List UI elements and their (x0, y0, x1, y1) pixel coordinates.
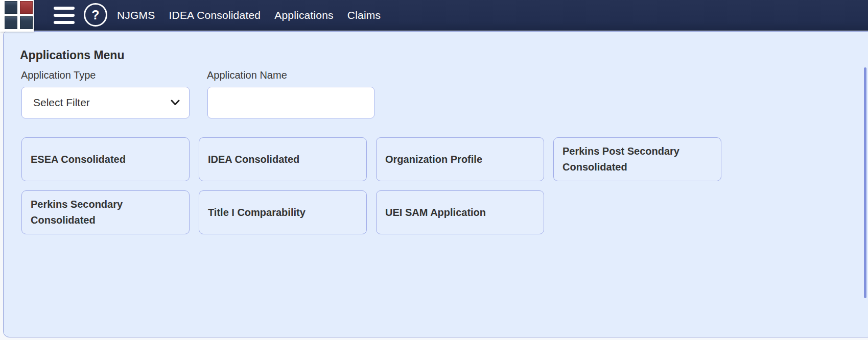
app-card-esea-consolidated[interactable]: ESEA Consolidated (21, 137, 190, 181)
content-panel: Applications Menu Application Type Appli… (3, 31, 868, 337)
app-card-title-i-comparability[interactable]: Title I Comparability (199, 190, 367, 234)
nav-item-claims[interactable]: Claims (347, 9, 381, 21)
nav-item-idea-consolidated[interactable]: IDEA Consolidated (169, 9, 261, 21)
app-card-organization-profile[interactable]: Organization Profile (376, 137, 544, 181)
top-nav-bar: ? NJGMS IDEA Consolidated Applications C… (0, 0, 868, 31)
app-card-uei-sam-application[interactable]: UEI SAM Application (376, 190, 544, 234)
app-window: ? NJGMS IDEA Consolidated Applications C… (0, 0, 868, 340)
chevron-down-icon (171, 100, 180, 106)
hamburger-menu-icon[interactable] (54, 7, 75, 24)
application-type-label: Application Type (21, 69, 96, 81)
app-card-perkins-post-secondary-consolidated[interactable]: Perkins Post Secondary Consolidated (553, 137, 721, 181)
nav-item-applications[interactable]: Applications (274, 9, 334, 21)
page-title: Applications Menu (20, 48, 124, 62)
main-nav: NJGMS IDEA Consolidated Applications Cla… (117, 0, 381, 31)
logo-squares-icon (5, 1, 33, 29)
app-card-idea-consolidated[interactable]: IDEA Consolidated (199, 137, 367, 181)
application-cards-grid: ESEA Consolidated IDEA Consolidated Orga… (21, 137, 721, 234)
nav-item-njgms[interactable]: NJGMS (117, 9, 155, 21)
app-logo[interactable] (0, 0, 34, 32)
application-name-label: Application Name (207, 69, 287, 81)
application-type-selected-value: Select Filter (33, 96, 171, 109)
application-type-select[interactable]: Select Filter (21, 87, 190, 118)
help-icon-glyph: ? (91, 8, 99, 22)
application-name-input[interactable] (207, 87, 374, 118)
help-icon[interactable]: ? (84, 3, 107, 27)
vertical-scrollbar-thumb[interactable] (864, 67, 866, 298)
app-card-perkins-secondary-consolidated[interactable]: Perkins Secondary Consolidated (21, 190, 190, 234)
